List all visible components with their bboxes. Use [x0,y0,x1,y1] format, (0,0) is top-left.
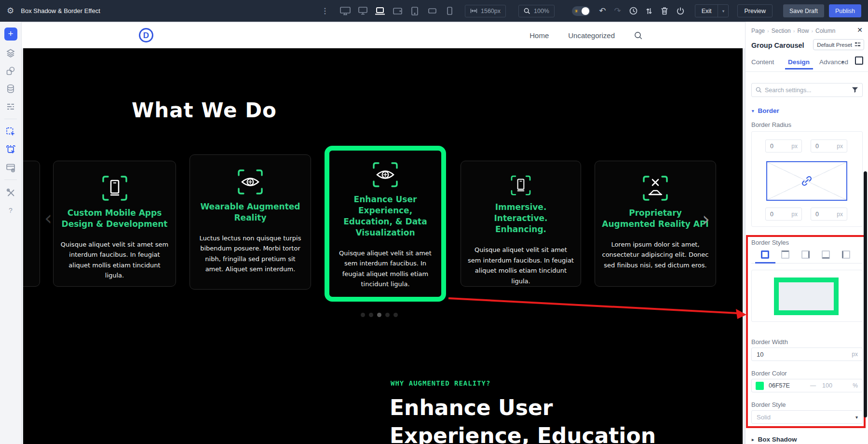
panel-scrollbar[interactable] [864,171,867,417]
nav-link-home[interactable]: Home [529,31,549,40]
border-style-top-icon[interactable] [781,250,789,259]
radius-bottom-right-field[interactable]: px [811,208,847,221]
site-search-icon[interactable] [634,31,643,40]
carousel-card[interactable]: Proprietary Augmented Reality API Lorem … [595,161,716,287]
nav-link-uncategorized[interactable]: Uncategorized [568,31,615,40]
device-desktop-xl-icon[interactable] [339,6,351,16]
border-style-left-icon[interactable] [842,250,850,259]
help-icon[interactable]: ? [5,205,16,216]
border-style-label: Border Style [751,401,786,408]
power-icon[interactable] [677,7,684,15]
carousel-card-partial[interactable] [23,161,40,287]
section-heading: What We Do [132,98,277,122]
carousel-card[interactable]: Immersive. Interactive. Enhancing. Quisq… [461,161,581,287]
exit-caret-icon[interactable]: ▾ [718,5,728,17]
sort-arrows-icon[interactable] [646,7,652,15]
breadcrumb-separator-icon: › [793,28,795,34]
close-icon[interactable]: ✕ [857,26,863,34]
device-laptop-icon[interactable] [374,6,386,16]
carousel-dot[interactable] [393,313,398,317]
layers-icon[interactable] [5,48,16,58]
border-preview-box [751,270,863,322]
tab-content[interactable]: Content [751,58,774,66]
carousel-card[interactable]: Wearable Augmented Reality Luctus lectus… [190,154,311,290]
tab-design[interactable]: Design [788,58,810,66]
trash-icon[interactable] [661,7,668,15]
radius-top-right-input[interactable] [811,143,830,150]
breadcrumb-row[interactable]: Row [797,28,809,34]
database-icon[interactable] [5,83,16,94]
zoom-magnifier-icon [524,8,530,14]
radius-link-box[interactable] [766,161,847,201]
publish-button[interactable]: Publish [829,4,861,17]
shapes-icon[interactable] [5,66,16,76]
border-style-select[interactable]: Solid ▾ [751,410,863,424]
redo-icon[interactable]: ↷ [614,7,621,15]
carousel-dot[interactable] [385,313,390,317]
add-module-button[interactable]: + [4,28,17,41]
border-width-field[interactable]: px [751,347,863,361]
carousel-dot[interactable] [369,313,373,317]
hero-heading-line1: Enhance User [390,394,656,422]
layout-settings-icon[interactable] [5,162,16,173]
select-multiple-icon[interactable] [5,144,16,155]
tabs-caret-icon[interactable]: ▾ [841,59,844,65]
border-color-label: Border Color [751,370,787,377]
site-logo[interactable]: D [139,28,153,42]
breadcrumb-section[interactable]: Section [772,28,791,34]
box-shadow-section-header[interactable]: ▸ Box Shadow [752,436,797,443]
expand-panel-icon[interactable] [855,56,863,65]
border-color-field[interactable]: 06F57E — 100 % [751,379,863,392]
device-tablet-portrait-icon[interactable] [409,6,420,16]
viewport-width-control[interactable]: 1560px [465,5,506,17]
border-section-header[interactable]: ▾ Border [752,107,779,114]
exit-button[interactable]: Exit [695,5,718,17]
border-style-all-icon[interactable] [761,250,769,259]
zoom-control[interactable]: 100% [518,5,555,17]
carousel-prev-icon[interactable]: ‹ [44,208,52,228]
carousel-dots [361,313,398,317]
radius-top-right-field[interactable]: px [811,139,847,153]
device-desktop-icon[interactable] [357,6,368,16]
carousel-next-icon[interactable]: › [702,209,710,229]
history-icon[interactable] [629,7,637,15]
card-body: Quisque aliquet velit sit amet sem inter… [468,245,574,286]
carousel-card[interactable]: Custom Mobile Apps Design & Development … [53,161,176,287]
carousel-dot[interactable] [361,313,365,317]
preview-button[interactable]: Preview [737,4,772,17]
radius-bottom-right-input[interactable] [811,211,830,218]
list-settings-icon[interactable] [5,101,16,112]
save-draft-button[interactable]: Save Draft [783,4,824,17]
radius-top-left-field[interactable]: px [765,139,802,153]
filter-icon[interactable] [852,87,858,93]
card-title: Enhance User Experience, Education, & Da… [336,194,434,238]
border-width-input[interactable] [752,351,824,358]
border-style-bottom-icon[interactable] [822,250,830,259]
border-style-right-icon[interactable] [801,250,810,259]
radius-top-left-input[interactable] [766,143,785,150]
default-preset-button[interactable]: Default Preset [813,39,864,50]
radius-bottom-left-input[interactable] [766,211,785,218]
color-hex-value[interactable]: 06F57E [769,382,790,389]
search-input[interactable] [765,87,849,94]
undo-icon[interactable]: ↶ [599,7,606,15]
breadcrumb-page[interactable]: Page [751,28,765,34]
settings-gear-icon[interactable]: ⚙ [7,6,14,16]
opacity-value[interactable]: 100 [822,382,832,389]
device-phone-landscape-icon[interactable] [426,6,438,16]
radius-bottom-left-field[interactable]: px [765,208,802,221]
settings-search[interactable] [751,83,863,97]
light-dark-toggle[interactable]: ☀ [572,6,590,16]
carousel-card-highlighted[interactable]: Enhance User Experience, Education, & Da… [325,146,446,302]
device-phone-portrait-icon[interactable] [444,6,455,16]
breadcrumb-column[interactable]: Column [815,28,835,34]
select-element-icon[interactable] [5,126,16,137]
section-eyebrow: WHY AUGMENTED REALITY? [391,379,490,387]
more-options-icon[interactable]: ⋮ [321,6,329,15]
tools-icon[interactable] [5,187,16,198]
tab-advanced[interactable]: Advanced [819,58,848,66]
carousel-dot-active[interactable] [377,313,381,317]
page-title: Box Shadow & Border Effect [21,7,100,14]
color-swatch[interactable] [756,382,764,390]
device-tablet-landscape-icon[interactable] [392,6,403,16]
